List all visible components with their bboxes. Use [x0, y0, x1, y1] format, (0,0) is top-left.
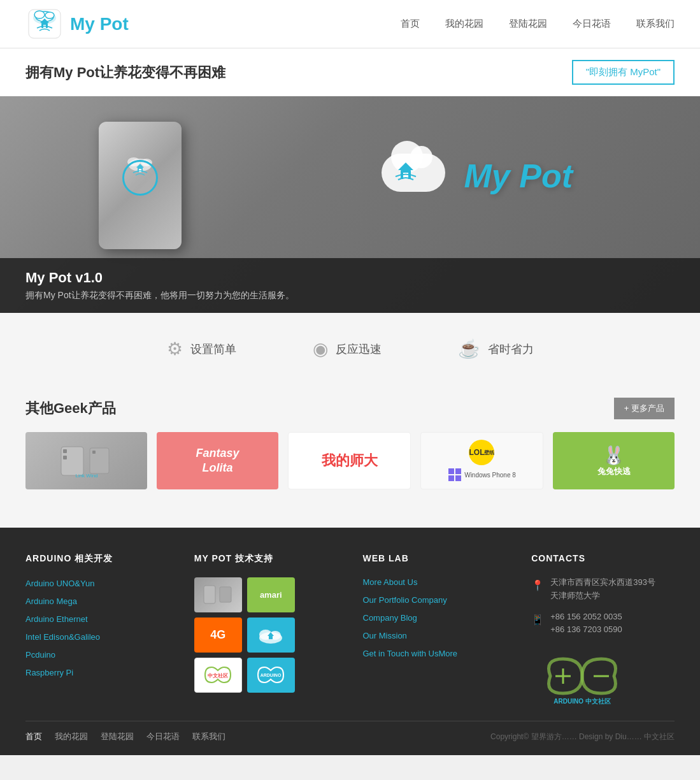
tech-row-2: 4G	[194, 618, 338, 653]
more-products-button[interactable]: + 更多产品	[614, 398, 675, 419]
address-line2: 天津师范大学	[550, 591, 600, 600]
list-item: Arduino Mega	[25, 595, 169, 607]
footer-col1-links: Arduino UNO&Yun Arduino Mega Arduino Eth…	[25, 577, 169, 678]
nav-garden[interactable]: 我的花园	[445, 18, 483, 30]
link-wind-image: Link Wind	[58, 440, 115, 482]
product-card-5[interactable]: 🐰 兔兔快逃	[553, 432, 675, 489]
rabbit-content: 🐰 兔兔快逃	[597, 445, 631, 477]
product-card-3[interactable]: 我的师大	[288, 432, 411, 489]
product-card-5-inner: 🐰 兔兔快逃	[553, 432, 675, 489]
feature-speed: ◉ 反应迅速	[313, 338, 382, 359]
logo-area: My Pot	[25, 6, 129, 41]
footer: ARDUINO 相关开发 Arduino UNO&Yun Arduino Meg…	[0, 528, 700, 755]
footer-bottom: 首页 我的花园 登陆花园 今日花语 联系我们 Copyright© 望界游方………	[25, 721, 675, 742]
footer-bottom-nav: 首页 我的花园 登陆花园 今日花语 联系我们	[25, 731, 225, 742]
footer-copyright: Copyright© 望界游方…… Design by Diu…… 中文社区	[490, 732, 675, 742]
list-item: Arduino Ethernet	[25, 613, 169, 625]
products-header: 其他Geek产品 + 更多产品	[25, 398, 675, 419]
phone1: +86 156 2052 0035	[550, 612, 622, 621]
svg-rect-28	[220, 587, 231, 602]
link-pcduino[interactable]: Pcduino	[25, 650, 55, 660]
device-logo	[124, 154, 156, 185]
address-text: 天津市西青区宾水西道393号 天津师范大学	[550, 576, 655, 603]
lol-content: LOL壁纸 Windows Phone 8	[448, 440, 516, 482]
arduino-logo-big: ARDUINO 中文社区	[531, 644, 633, 708]
footer-nav-home[interactable]: 首页	[25, 731, 42, 742]
footer-tech-cards: amari 4G	[194, 577, 338, 693]
list-item: Company Blog	[363, 612, 506, 623]
footer-col-weblab: WEB LAB More About Us Our Portfolio Comp…	[363, 553, 506, 708]
link-intel-edison[interactable]: Intel Edison&Galileo	[25, 632, 100, 642]
tech-card-arduino-cn: 中文社区	[194, 658, 242, 693]
footer-col4-title: CONTACTS	[531, 553, 675, 563]
footer-col2-title: MY POT 技术支持	[194, 553, 338, 565]
link-get-touch[interactable]: Get in Touch with UsMore	[363, 649, 458, 658]
list-item: Arduino UNO&Yun	[25, 577, 169, 589]
products-section: 其他Geek产品 + 更多产品 Link Wind FantasyLolita	[0, 385, 700, 528]
product-card-2-inner: FantasyLolita	[157, 432, 278, 489]
svg-point-4	[45, 12, 54, 18]
page-title: 拥有My Pot让养花变得不再困难	[25, 63, 225, 82]
svg-rect-23	[448, 468, 454, 474]
link-mission[interactable]: Our Mission	[363, 631, 407, 640]
hero-banner: My Pot My Pot v1.0 拥有My Pot让养花变得不再困难，他将用…	[0, 96, 700, 313]
footer-grid: ARDUINO 相关开发 Arduino UNO&Yun Arduino Meg…	[25, 553, 675, 708]
svg-rect-12	[138, 168, 143, 172]
banner-description: 拥有My Pot让养花变得不再困难，他将用一切努力为您的生活服务。	[25, 290, 675, 301]
banner-cloud-area: My Pot	[375, 147, 573, 205]
link-raspberry-pi[interactable]: Raspberry Pi	[25, 668, 73, 677]
cta-button[interactable]: "即刻拥有 MyPot"	[572, 60, 675, 85]
link-more-about[interactable]: More About Us	[363, 577, 418, 587]
link-company-blog[interactable]: Company Blog	[363, 613, 417, 623]
svg-marker-11	[136, 164, 144, 168]
nav-flower[interactable]: 今日花语	[573, 18, 611, 30]
svg-marker-14	[398, 162, 413, 170]
windows-icon	[448, 468, 462, 482]
features-section: ⚙ 设置简单 ◉ 反应迅速 ☕ 省时省力	[0, 313, 700, 385]
link-arduino-ethernet[interactable]: Arduino Ethernet	[25, 614, 88, 624]
cloud-house-icon	[393, 160, 418, 187]
product-card-1[interactable]: Link Wind	[25, 432, 147, 489]
cloud-icon	[375, 147, 452, 205]
footer-nav-flower[interactable]: 今日花语	[146, 731, 180, 742]
arduino-infinity-logo: ARDUINO 中文社区	[531, 646, 633, 707]
svg-rect-26	[455, 475, 461, 481]
svg-rect-21	[92, 451, 96, 454]
list-item: Raspberry Pi	[25, 667, 169, 678]
footer-nav-login[interactable]: 登陆花园	[101, 731, 134, 742]
rabbit-icon: 🐰	[597, 445, 631, 466]
svg-point-9	[127, 157, 140, 166]
svg-point-10	[141, 159, 152, 166]
device-body	[99, 122, 182, 249]
footer-col3-title: WEB LAB	[363, 553, 506, 563]
list-item: Intel Edison&Galileo	[25, 631, 169, 642]
phone-numbers: +86 156 2052 0035 +86 136 7203 0590	[550, 610, 622, 637]
nav-home[interactable]: 首页	[401, 18, 420, 30]
tech-card-arduino-en: ARDUINO	[247, 658, 295, 693]
list-item: Our Mission	[363, 630, 506, 641]
link-portfolio[interactable]: Our Portfolio Company	[363, 595, 447, 605]
svg-rect-24	[455, 468, 461, 474]
hero-bar: 拥有My Pot让养花变得不再困难 "即刻拥有 MyPot"	[0, 48, 700, 96]
lol-badge: LOL壁纸	[469, 440, 494, 465]
list-item: More About Us	[363, 576, 506, 588]
list-item: Our Portfolio Company	[363, 594, 506, 605]
address-line1: 天津市西青区宾水西道393号	[550, 577, 655, 587]
tech-card-silver	[194, 577, 242, 612]
nav-contact[interactable]: 联系我们	[636, 18, 675, 30]
footer-nav-contact[interactable]: 联系我们	[192, 731, 225, 742]
svg-rect-18	[63, 449, 67, 453]
svg-rect-33	[269, 636, 273, 639]
link-arduino-mega[interactable]: Arduino Mega	[25, 596, 77, 606]
product-card-2[interactable]: FantasyLolita	[157, 432, 278, 489]
link-arduino-uno[interactable]: Arduino UNO&Yun	[25, 579, 94, 588]
cup-icon: ☕	[458, 338, 480, 359]
footer-col-arduino: ARDUINO 相关开发 Arduino UNO&Yun Arduino Meg…	[25, 553, 169, 708]
svg-rect-25	[448, 475, 454, 481]
cn-product-text: 我的师大	[322, 451, 378, 470]
footer-nav-garden[interactable]: 我的花园	[55, 731, 88, 742]
nav-login[interactable]: 登陆花园	[509, 18, 547, 30]
product-card-4[interactable]: LOL壁纸 Windows Phone 8	[420, 432, 543, 489]
tech-card-cloud	[247, 618, 295, 653]
contact-phones: 📱 +86 156 2052 0035 +86 136 7203 0590	[531, 610, 675, 637]
